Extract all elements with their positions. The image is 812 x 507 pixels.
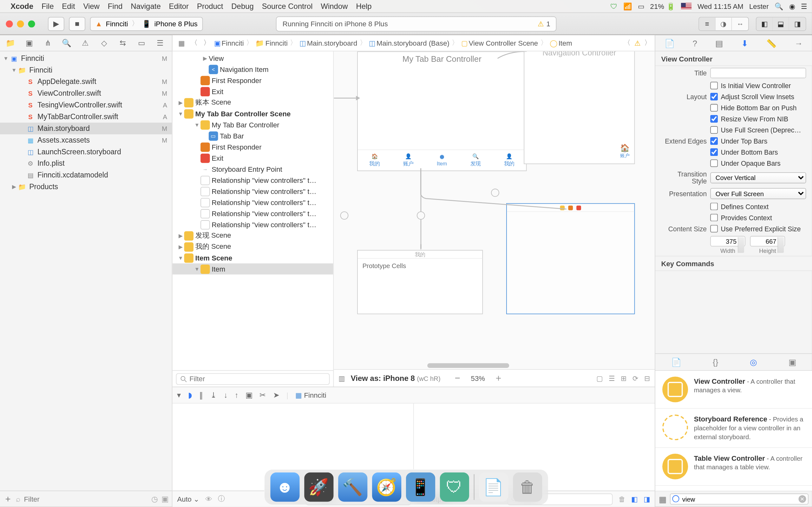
menu-window[interactable]: Window xyxy=(321,2,348,11)
issues-warning[interactable]: ⚠1 xyxy=(538,20,550,28)
step-into-icon[interactable]: ↓ xyxy=(224,391,228,400)
memgraph-icon[interactable]: ✂ xyxy=(259,391,266,400)
size-inspector-icon[interactable]: 📏 xyxy=(766,38,776,48)
library-item-2[interactable]: Table View Controller - A controller tha… xyxy=(655,448,812,486)
outline-Storyboard Entry Point[interactable]: →Storyboard Entry Point xyxy=(172,164,334,175)
run-button[interactable]: ▶ xyxy=(48,17,64,31)
embed-icon[interactable]: ▢ xyxy=(596,374,603,382)
add-button[interactable]: ＋ xyxy=(3,493,12,504)
outline-Exit[interactable]: Exit xyxy=(172,153,334,164)
trash-icon[interactable]: 🗑 xyxy=(618,495,625,503)
input-flag-icon[interactable] xyxy=(681,3,692,9)
related-items-icon[interactable]: ▦ xyxy=(176,39,187,47)
quicklook-icon[interactable]: 👁 xyxy=(205,495,212,503)
storyboard-canvas[interactable]: My Tab Bar Controller 🏠我的 👤账户 ⬢Item 🔍发现 … xyxy=(334,51,655,369)
outline-First Responder[interactable]: First Responder xyxy=(172,75,334,86)
menu-source-control[interactable]: Source Control xyxy=(262,2,313,11)
file-TesingViewController.swift[interactable]: STesingViewController.swiftA xyxy=(0,99,172,111)
file-Assets.xcassets[interactable]: ▦Assets.xcassetsM xyxy=(0,134,172,146)
breakpoints-icon[interactable]: ◗ xyxy=(188,391,192,400)
jump-bar[interactable]: ▦ 〈 〉 ▣ Finnciti〉 📁 Finnciti〉 ◫ Main.sto… xyxy=(172,35,655,52)
project-navigator-icon[interactable]: 📁 xyxy=(2,37,19,49)
breakpoint-navigator-icon[interactable]: ▭ xyxy=(133,37,150,49)
outline-我的 Scene[interactable]: ▶我的 Scene xyxy=(172,241,334,252)
assistant-editor-icon[interactable]: ◑ xyxy=(716,17,732,30)
library-item-3[interactable]: Collection View Controller xyxy=(655,486,812,491)
view-as-label[interactable]: View as: iPhone 8 (wC hR) xyxy=(351,374,441,383)
toggle-navigator-icon[interactable]: ◧ xyxy=(757,17,773,30)
quick-help-icon[interactable]: ? xyxy=(693,38,697,48)
debug-view-icon[interactable]: ▣ xyxy=(246,391,252,400)
library-item-0[interactable]: View Controller - A controller that mana… xyxy=(655,371,812,409)
dock-finder-icon[interactable]: ☻ xyxy=(270,472,299,502)
extend-opt-1[interactable]: Under Bottom Bars xyxy=(710,148,778,156)
outline-filter-input[interactable] xyxy=(176,373,330,385)
wifi-icon[interactable]: 📶 xyxy=(623,2,632,10)
debug-process[interactable]: ▦Finnciti xyxy=(295,391,326,399)
debug-navigator-icon[interactable]: ⇆ xyxy=(114,37,131,49)
forward-icon[interactable]: 〉 xyxy=(201,38,213,48)
tab-bar-controller-scene[interactable]: My Tab Bar Controller 🏠我的 👤账户 ⬢Item 🔍发现 … xyxy=(357,51,526,171)
dock-document-icon[interactable]: 📄 xyxy=(478,472,508,502)
content-height-input[interactable] xyxy=(750,236,785,246)
file-Main.storyboard[interactable]: ◫Main.storyboardM xyxy=(0,123,172,134)
resolve-icon[interactable]: ⟳ xyxy=(632,374,638,382)
outline-My Tab Bar Controller Scene[interactable]: ▼My Tab Bar Controller Scene xyxy=(172,108,334,119)
issue-navigator-icon[interactable]: ⚠ xyxy=(77,37,94,49)
object-lib-icon[interactable]: ◎ xyxy=(750,357,757,367)
library-search-input[interactable] xyxy=(670,493,809,504)
user-menu[interactable]: Lester xyxy=(749,2,768,10)
scheme-selector[interactable]: ▲Finnciti 〉 📱iPhone 8 Plus xyxy=(90,17,203,31)
outline-First Responder[interactable]: First Responder xyxy=(172,141,334,153)
outline-My Tab Bar Controller[interactable]: ▼My Tab Bar Controller xyxy=(172,119,334,130)
file-ViewController.swift[interactable]: SViewController.swiftM xyxy=(0,88,172,99)
menu-find[interactable]: Find xyxy=(108,2,123,11)
file-Finnciti.xcdatamodeld[interactable]: ▤Finnciti.xcdatamodeld xyxy=(0,169,172,181)
zoom-out-button[interactable]: − xyxy=(452,373,463,383)
layout-opt-1[interactable]: Hide Bottom Bar on Push xyxy=(710,104,797,112)
spotlight-icon[interactable]: 🔍 xyxy=(774,2,783,10)
app-menu[interactable]: Xcode xyxy=(10,2,33,11)
clock[interactable]: Wed 11:15 AM xyxy=(698,2,744,10)
presentation-select[interactable]: Over Full Screen xyxy=(710,188,806,199)
navigation-controller-scene[interactable]: Navigation Controller 🏠账户 xyxy=(524,51,635,164)
vc-title-input[interactable] xyxy=(710,68,806,78)
tree-group[interactable]: ▼📁Finnciti xyxy=(0,64,172,76)
extend-opt-0[interactable]: Under Top Bars xyxy=(710,137,767,145)
hide-debug-icon[interactable]: ▾ xyxy=(177,391,181,400)
outline-Relationship "view controllers" t…[interactable]: ○Relationship "view controllers" t… xyxy=(172,219,334,230)
dock-safari-icon[interactable]: 🧭 xyxy=(372,472,401,502)
stop-button[interactable]: ■ xyxy=(69,17,85,31)
canvas-scrollbar[interactable] xyxy=(427,363,509,368)
file-Info.plist[interactable]: ⚙Info.plist xyxy=(0,158,172,170)
initial-vc-checkbox[interactable]: Is Initial View Controller xyxy=(710,82,791,89)
layout-opt-3[interactable]: Use Full Screen (Deprec… xyxy=(710,126,801,134)
step-over-icon[interactable]: ⤓ xyxy=(210,391,217,400)
dock-simulator-icon[interactable]: 📱 xyxy=(406,472,435,502)
next-issue-icon[interactable]: 〉 xyxy=(644,38,651,48)
menu-debug[interactable]: Debug xyxy=(231,2,254,11)
layout-opt-2[interactable]: Resize View From NIB xyxy=(710,115,788,123)
dock-trash-icon[interactable]: 🗑 xyxy=(513,472,542,502)
stack-icon[interactable]: ⊟ xyxy=(644,374,650,382)
selected-view-controller[interactable] xyxy=(506,203,635,314)
standard-editor-icon[interactable]: ≡ xyxy=(699,17,716,30)
menu-editor[interactable]: Editor xyxy=(169,2,189,11)
pause-icon[interactable]: ‖ xyxy=(199,391,203,400)
menu-navigate[interactable]: Navigate xyxy=(131,2,161,11)
status-shield-icon[interactable]: 🛡 xyxy=(610,2,617,10)
outline-Relationship "view controllers" t…[interactable]: ○Relationship "view controllers" t… xyxy=(172,208,334,219)
outline-发现 Scene[interactable]: ▶发现 Scene xyxy=(172,230,334,241)
library-grid-icon[interactable]: ▦ xyxy=(659,494,666,504)
outline-Relationship "view controllers" t…[interactable]: ○Relationship "view controllers" t… xyxy=(172,175,334,186)
menu-view[interactable]: View xyxy=(83,2,100,11)
version-editor-icon[interactable]: ↔ xyxy=(732,17,748,30)
transition-style-select[interactable]: Cover Vertical xyxy=(710,172,806,183)
file-template-lib-icon[interactable]: 📄 xyxy=(671,357,681,367)
align-icon[interactable]: ☰ xyxy=(609,374,615,382)
preferred-size-checkbox[interactable]: Use Preferred Explicit Size xyxy=(710,225,801,233)
toggle-vars-icon[interactable]: ◧ xyxy=(631,495,638,503)
test-navigator-icon[interactable]: ◇ xyxy=(96,37,112,49)
editor-mode-segment[interactable]: ≡ ◑ ↔ xyxy=(699,17,749,31)
recent-filter-icon[interactable]: ◷ xyxy=(151,495,158,504)
